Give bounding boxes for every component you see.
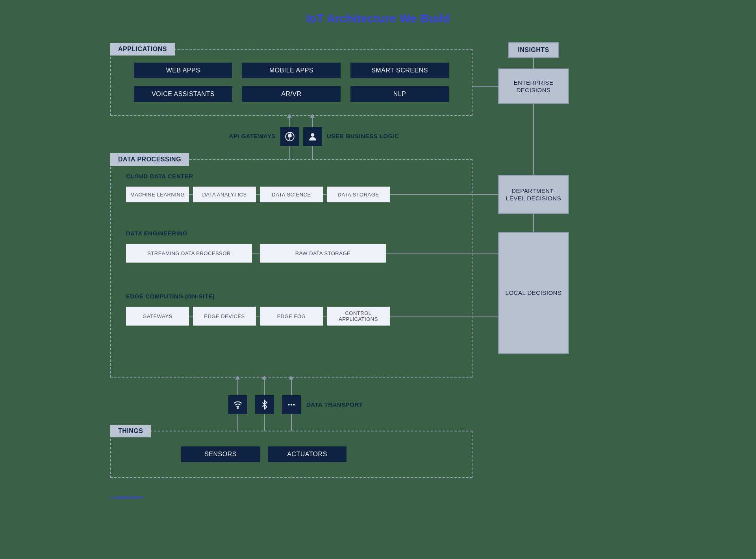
edge-fog: EDGE FOG (260, 307, 323, 326)
things-actuators: ACTUATORS (268, 446, 346, 462)
cloud-analytics: DATA ANALYTICS (193, 187, 256, 202)
applications-label: APPLICATIONS (110, 43, 175, 56)
app-mobile-apps: MOBILE APPS (242, 63, 341, 78)
svg-point-9 (293, 404, 295, 405)
data-transport-label: DATA TRANSPORT (306, 401, 363, 408)
app-nlp: NLP (350, 86, 449, 102)
cloud-ml: MACHINE LEARNING (126, 187, 189, 202)
cloud-storage: DATA STORAGE (327, 187, 390, 202)
svg-point-5 (311, 133, 315, 137)
applications-group: APPLICATIONS (110, 49, 472, 116)
edge-gateways: GATEWAYS (126, 307, 189, 326)
wifi-icon (228, 395, 247, 414)
edge-heading: EDGE COMPUTING (ON-SITE) (126, 293, 215, 300)
svg-point-7 (288, 404, 289, 405)
things-label: THINGS (110, 425, 151, 437)
svg-point-6 (237, 407, 239, 409)
eng-streaming: STREAMING DATA PROCESSOR (126, 244, 252, 263)
edge-devices: EDGE DEVICES (193, 307, 256, 326)
svg-point-8 (291, 404, 292, 405)
watermark: ⊙ SUMATOSOFT (110, 496, 144, 500)
more-icon (282, 395, 301, 414)
page-title: IoT Architecture We Build (110, 12, 646, 25)
department-decisions-box: DEPARTMENT-LEVEL DECISIONS (498, 175, 569, 214)
api-gateways-label: API GATEWAYS (224, 133, 276, 139)
cloud-science: DATA SCIENCE (260, 187, 323, 202)
data-processing-label: DATA PROCESSING (110, 153, 189, 166)
plug-icon (280, 127, 299, 146)
user-business-logic-label: USER BUSINESS LOGIC (327, 133, 399, 139)
app-smart-screens: SMART SCREENS (350, 63, 449, 78)
local-decisions-box: LOCAL DECISIONS (498, 232, 569, 354)
user-icon (303, 127, 322, 146)
architecture-diagram: APPLICATIONS WEB APPS MOBILE APPS SMART … (110, 37, 646, 529)
insights-box: INSIGHTS (508, 42, 559, 58)
app-voice-assistants: VOICE ASSISTANTS (134, 86, 232, 102)
things-sensors: SENSORS (181, 446, 260, 462)
eng-raw-storage: RAW DATA STORAGE (260, 244, 386, 263)
app-web-apps: WEB APPS (134, 63, 232, 78)
bluetooth-icon (255, 395, 274, 414)
enterprise-decisions-box: ENTERPRISE DECISIONS (498, 68, 569, 104)
svg-rect-1 (288, 135, 291, 137)
cloud-heading: CLOUD DATA CENTER (126, 173, 193, 180)
engineering-heading: DATA ENGINEERING (126, 230, 187, 237)
edge-control: CONTROL APPLICATIONS (327, 307, 390, 326)
app-ar-vr: AR/VR (242, 86, 341, 102)
